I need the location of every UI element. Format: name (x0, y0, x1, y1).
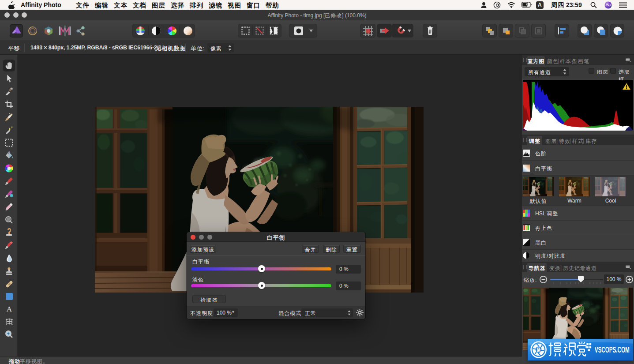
svg-text:摄: 摄 (536, 347, 541, 352)
svg-text:A: A (7, 305, 12, 313)
svg-text:VSCOPS.COM: VSCOPS.COM (595, 345, 630, 354)
